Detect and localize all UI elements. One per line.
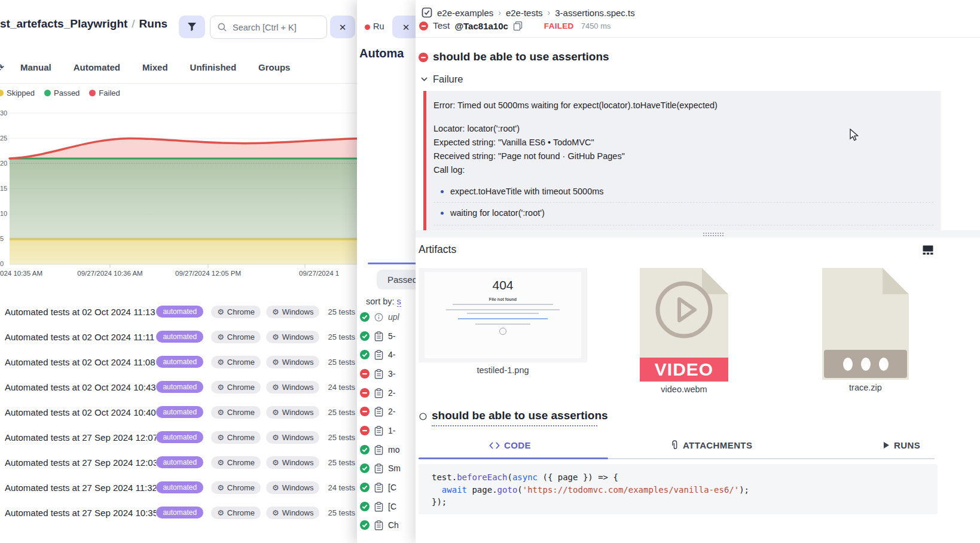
- gear-icon: ⚙: [217, 358, 224, 366]
- artifact-screenshot[interactable]: 404 File not found testiled-1.png: [419, 268, 587, 375]
- circle-status-icon: [419, 413, 427, 420]
- search-input[interactable]: [231, 22, 317, 33]
- gear-icon: ⚙: [272, 308, 279, 316]
- screenshot-thumbnail[interactable]: 404 File not found: [419, 268, 587, 362]
- resize-handle[interactable]: [416, 230, 980, 237]
- spec-list-item[interactable]: Ch: [360, 518, 399, 532]
- run-title[interactable]: Automated tests at 27 Sep 2024 12:03: [5, 457, 156, 468]
- run-row[interactable]: Automated tests at 27 Sep 2024 12:07 aut…: [5, 428, 355, 447]
- run-title[interactable]: Automated tests at 27 Sep 2024 10:35: [5, 508, 156, 518]
- gear-icon: ⚙: [272, 459, 279, 466]
- tests-count: 25 tests: [328, 408, 355, 417]
- page-title: Runs: [139, 17, 168, 30]
- run-title[interactable]: Automated tests at 02 Oct 2024 11:13: [5, 307, 156, 317]
- tab-automated[interactable]: Automated: [74, 62, 120, 72]
- passed-status-icon: [360, 350, 370, 359]
- artifact-filename[interactable]: trace.zip: [822, 383, 909, 392]
- artifact-filename[interactable]: video.webm: [640, 385, 728, 394]
- tab-attachments[interactable]: ATTACHMENTS: [671, 440, 752, 450]
- breadcrumb-spec-file[interactable]: 3-assertions.spec.ts: [555, 8, 634, 18]
- spec-list-item[interactable]: 4-: [360, 347, 395, 362]
- divider: [433, 225, 933, 225]
- failure-section-label: Failure: [433, 74, 463, 85]
- artifact-filename[interactable]: testiled-1.png: [419, 365, 587, 375]
- spec-list-item[interactable]: 2-: [360, 404, 395, 419]
- run-type-badge: automated: [156, 356, 203, 368]
- spec-list-item[interactable]: [C: [360, 499, 396, 514]
- spec-label: 2-: [388, 407, 395, 416]
- run-row[interactable]: Automated tests at 02 Oct 2024 11:13 aut…: [5, 302, 355, 321]
- close-runs-drawer-button[interactable]: ✕: [330, 16, 355, 38]
- archive-file-icon[interactable]: [822, 268, 909, 380]
- error-line: Received string: "Page not found · GitHu…: [433, 151, 625, 161]
- run-row[interactable]: Automated tests at 02 Oct 2024 11:11 aut…: [5, 327, 355, 346]
- legend-skipped[interactable]: Skipped: [0, 89, 35, 97]
- spec-list-item[interactable]: mo: [360, 443, 399, 457]
- drag-grip-icon: [703, 232, 724, 237]
- run-title[interactable]: Automated tests at 02 Oct 2024 11:11: [5, 332, 156, 342]
- artifact-trace[interactable]: trace.zip: [822, 268, 909, 392]
- gear-icon: ⚙: [217, 434, 224, 441]
- tab-unfinished[interactable]: Unfinished: [190, 62, 237, 72]
- video-file-icon[interactable]: VIDEO: [640, 268, 728, 382]
- breadcrumb-suite[interactable]: e2e-examples: [437, 8, 493, 18]
- legend-passed[interactable]: Passed: [44, 89, 80, 97]
- spec-list-item[interactable]: 2-: [360, 386, 395, 400]
- breadcrumb-folder[interactable]: e2e-tests: [506, 8, 543, 18]
- run-row[interactable]: Automated tests at 27 Sep 2024 11:32 aut…: [5, 478, 355, 497]
- paperclip-icon: [671, 440, 679, 450]
- tab-mixed[interactable]: Mixed: [142, 62, 168, 72]
- gear-icon: ⚙: [217, 459, 224, 466]
- env-chip-chrome: ⚙Chrome: [211, 507, 261, 519]
- env-chip-windows: ⚙Windows: [266, 381, 319, 393]
- run-row[interactable]: Automated tests at 02 Oct 2024 11:08 aut…: [5, 352, 355, 371]
- spec-list-item[interactable]: upl: [360, 310, 399, 324]
- run-title[interactable]: Automated tests at 02 Oct 2024 11:08: [5, 357, 156, 367]
- spec-list-item[interactable]: 3-: [360, 367, 395, 381]
- filter-button[interactable]: [179, 16, 205, 38]
- gallery-view-toggle[interactable]: [923, 245, 933, 255]
- gear-icon: ⚙: [217, 408, 224, 416]
- copy-icon[interactable]: [513, 21, 523, 31]
- spec-list-item[interactable]: [C: [360, 480, 396, 495]
- run-title[interactable]: Automated tests at 02 Oct 2024 10:43: [5, 382, 156, 392]
- gear-icon: ⚙: [217, 308, 224, 316]
- run-type-badge: automated: [156, 381, 203, 393]
- failure-section-toggle[interactable]: Failure: [421, 74, 463, 85]
- run-row[interactable]: Automated tests at 02 Oct 2024 10:40 aut…: [5, 402, 355, 422]
- legend-failed[interactable]: Failed: [89, 89, 120, 97]
- project-title[interactable]: st_artefacts_Playwright: [0, 17, 127, 30]
- tests-count: 25 tests: [328, 433, 355, 442]
- sort-by-link[interactable]: s: [397, 297, 401, 307]
- passed-area: [10, 158, 357, 239]
- spec-label: mo: [388, 445, 399, 454]
- run-row[interactable]: Automated tests at 02 Oct 2024 10:43 aut…: [5, 377, 355, 396]
- breadcrumb: st_artefacts_Playwright/Runs: [0, 17, 167, 30]
- test-meta-row: Test @Tac81a10c FAILED 7450 ms: [419, 20, 611, 31]
- tab-manual[interactable]: Manual: [20, 62, 51, 72]
- tab-code[interactable]: CODE: [489, 440, 531, 450]
- env-chip-chrome: ⚙Chrome: [211, 406, 261, 419]
- spec-list-item[interactable]: Sm: [360, 461, 401, 475]
- run-row[interactable]: Automated tests at 27 Sep 2024 10:35 aut…: [5, 503, 355, 522]
- run-row[interactable]: Automated tests at 27 Sep 2024 12:03 aut…: [5, 453, 355, 472]
- run-title[interactable]: Automated tests at 27 Sep 2024 12:07: [5, 432, 156, 443]
- run-type-badge: automated: [156, 331, 203, 343]
- run-title[interactable]: Automated tests at 27 Sep 2024 11:32: [5, 483, 156, 493]
- spec-list-item[interactable]: 5-: [360, 329, 395, 343]
- spec-label: upl: [388, 312, 399, 322]
- run-type-badge: automated: [156, 507, 203, 518]
- run-title[interactable]: Automated tests at 02 Oct 2024 10:40: [5, 407, 156, 417]
- tab-groups[interactable]: Groups: [258, 62, 290, 72]
- spec-list-item[interactable]: 1-: [360, 423, 395, 438]
- play-icon: [883, 441, 890, 449]
- artifact-video[interactable]: VIDEO video.webm: [640, 268, 728, 394]
- tab-runs[interactable]: RUNS: [883, 440, 920, 450]
- svg-text:25: 25: [0, 135, 7, 142]
- clipboard-icon: [374, 483, 383, 493]
- passed-status-icon: [360, 463, 370, 473]
- passed-status-icon: [360, 520, 370, 530]
- test-title: should be able to use assertions: [433, 50, 609, 63]
- search-box[interactable]: [210, 16, 327, 39]
- refresh-icon[interactable]: ⟳: [0, 61, 4, 74]
